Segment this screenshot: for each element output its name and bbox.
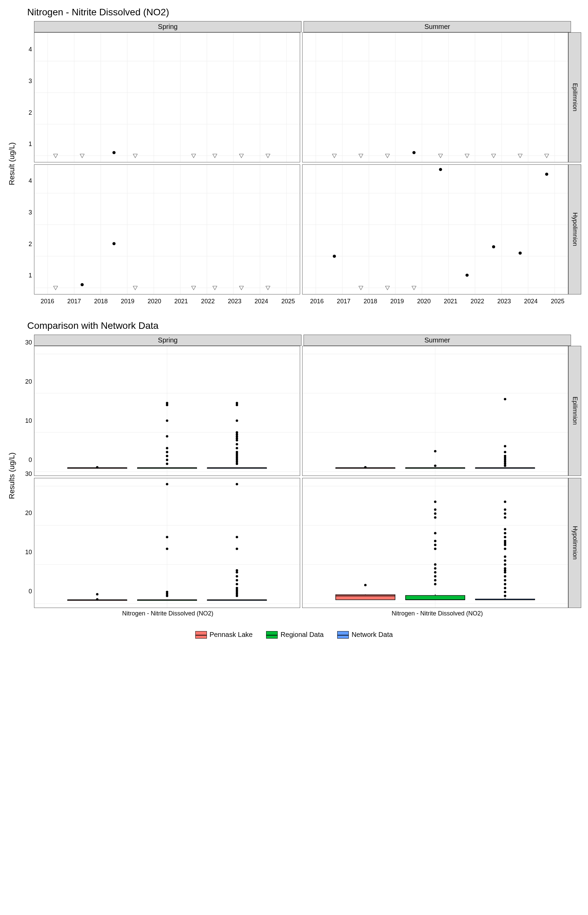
legend-label: Network Data: [352, 631, 393, 639]
outlier-point: [434, 501, 436, 503]
outlier-point: [364, 584, 367, 586]
data-point: [333, 255, 336, 258]
data-point: [492, 245, 495, 248]
outlier-point: [236, 419, 238, 422]
xtick-label: 2022: [201, 298, 215, 305]
outlier-point: [236, 443, 238, 445]
xtick-label: 2024: [524, 298, 538, 305]
xtick-label: 2019: [121, 298, 134, 305]
outlier-point: [504, 528, 506, 530]
facet2-row-Hypolimnion: Hypolimnion: [568, 478, 581, 608]
ytick-label: 4: [29, 177, 32, 184]
data-point: [465, 274, 468, 277]
panel-Summer_Epilimnion: [302, 32, 568, 162]
chart1-ylabel: Result (ug/L): [7, 21, 17, 307]
ytick-label: 20: [25, 378, 32, 385]
outlier-point: [434, 579, 436, 581]
outlier-point: [166, 455, 168, 457]
outlier-point: [504, 532, 506, 534]
outlier-point: [504, 509, 506, 511]
data-point: [519, 252, 522, 255]
outlier-point: [434, 575, 436, 577]
outlier-point: [434, 567, 436, 569]
xtick-label: 2025: [281, 298, 295, 305]
outlier-point: [504, 516, 506, 519]
ytick-label: 2: [29, 109, 32, 116]
outlier-point: [166, 459, 168, 461]
outlier-point: [166, 548, 168, 550]
outlier-point: [434, 465, 436, 467]
panel2-Summer_Epilimnion: [302, 346, 568, 476]
outlier-point: [504, 563, 506, 566]
outlier-point: [504, 575, 506, 577]
outlier-point: [166, 591, 168, 593]
outlier-point: [166, 402, 168, 404]
outlier-point: [166, 536, 168, 538]
xtick-label: 2024: [255, 298, 268, 305]
outlier-point: [504, 455, 506, 457]
xtick-label: 2023: [497, 298, 511, 305]
outlier-point: [166, 435, 168, 437]
ytick-label: 10: [25, 549, 32, 556]
outlier-point: [434, 540, 436, 542]
panel2-Summer_Hypolimnion: [302, 478, 568, 608]
facet2-row-Epilimnion: Epilimnion: [568, 346, 581, 476]
outlier-point: [504, 587, 506, 589]
outlier-point: [504, 501, 506, 503]
outlier-point: [504, 567, 506, 569]
outlier-point: [504, 579, 506, 581]
outlier-point: [504, 398, 506, 400]
outlier-point: [166, 419, 168, 422]
ytick-label: 30: [25, 470, 32, 478]
outlier-point: [236, 583, 238, 585]
legend-item-network data: Network Data: [337, 631, 393, 639]
panel-Spring_Epilimnion: [34, 32, 300, 162]
facet-row-Hypolimnion: Hypolimnion: [568, 165, 581, 294]
data-point: [412, 151, 415, 154]
ytick-label: 1: [29, 272, 32, 279]
facet-row-Epilimnion: Epilimnion: [568, 32, 581, 162]
xtick-label: 2019: [390, 298, 404, 305]
data-point: [112, 242, 115, 245]
legend-item-pennask lake: Pennask Lake: [195, 631, 253, 639]
panel-Summer_Hypolimnion: [302, 165, 568, 294]
ytick-label: 2: [29, 241, 32, 248]
outlier-point: [434, 509, 436, 511]
outlier-point: [434, 512, 436, 515]
data-point: [81, 283, 84, 286]
xtick-label: 2018: [94, 298, 108, 305]
outlier-point: [236, 402, 238, 404]
panel2-Spring_Hypolimnion: [34, 478, 300, 608]
xtick-label: 2021: [444, 298, 457, 305]
outlier-point: [504, 512, 506, 515]
outlier-point: [96, 593, 99, 595]
xtick-label: 2016: [40, 298, 54, 305]
outlier-point: [364, 466, 367, 469]
ytick-label: 4: [29, 46, 32, 53]
xtick-label: 2023: [228, 298, 241, 305]
ytick-label: 20: [25, 509, 32, 517]
xtick-label: 2020: [148, 298, 161, 305]
outlier-point: [236, 587, 238, 589]
xtick-label: 2020: [417, 298, 431, 305]
outlier-point: [96, 466, 99, 469]
outlier-point: [434, 544, 436, 546]
ytick-label: 30: [25, 339, 32, 346]
box-Pennask Lake: [336, 595, 395, 600]
outlier-point: [166, 447, 168, 449]
outlier-point: [504, 583, 506, 585]
ytick-label: 3: [29, 209, 32, 216]
data-point: [545, 173, 548, 176]
outlier-point: [166, 451, 168, 453]
outlier-point: [236, 579, 238, 581]
ytick-label: 1: [29, 141, 32, 148]
ytick-label: 0: [29, 588, 32, 595]
legend-label: Pennask Lake: [210, 631, 253, 639]
xlabel: Nitrogen - Nitrite Dissolved (NO2): [304, 610, 571, 617]
outlier-point: [504, 595, 506, 597]
ytick-label: 10: [25, 417, 32, 425]
xtick-label: 2021: [174, 298, 188, 305]
outlier-point: [434, 532, 436, 534]
panel2-Spring_Epilimnion: [34, 346, 300, 476]
box-Regional Data: [405, 595, 465, 600]
